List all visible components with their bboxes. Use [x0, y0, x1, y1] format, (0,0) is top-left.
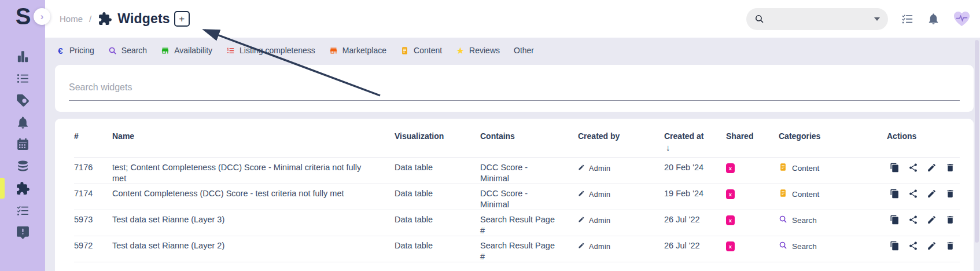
cell-id: 7176 — [74, 158, 112, 184]
cell-visualization: Data table — [395, 236, 480, 262]
notifications-bell-icon[interactable] — [927, 12, 940, 25]
col-header-contains[interactable]: Contains — [480, 131, 578, 158]
sidebar-item-list[interactable] — [0, 67, 45, 89]
sidebar-item-data[interactable] — [0, 155, 45, 177]
pencil-icon — [578, 242, 585, 249]
delete-button[interactable] — [945, 241, 955, 251]
sidebar-item-calendar[interactable] — [0, 133, 45, 155]
app-screen: S — [0, 0, 980, 271]
pencil-icon — [578, 164, 585, 171]
report-bubble-icon — [16, 225, 30, 240]
widget-search-input[interactable] — [69, 79, 960, 101]
shared-status-badge: x — [726, 189, 735, 199]
cell-category: Content — [779, 158, 887, 184]
database-icon — [16, 159, 30, 174]
col-header-created-by[interactable]: Created by — [578, 131, 664, 158]
sidebar: S — [0, 0, 45, 271]
duplicate-button[interactable] — [890, 215, 900, 225]
search-scope-caret-icon[interactable] — [874, 17, 880, 21]
global-search-input[interactable] — [769, 14, 870, 24]
cell-actions — [887, 158, 960, 184]
sidebar-item-reports[interactable] — [0, 221, 45, 243]
tab-search[interactable]: Search — [108, 46, 147, 55]
topbar-checklist-icon[interactable] — [901, 12, 914, 25]
shared-status-badge: x — [726, 215, 735, 225]
cell-category: Search — [779, 210, 887, 236]
breadcrumb-separator: / — [89, 14, 91, 24]
search-icon — [754, 14, 764, 24]
checklist-icon — [16, 203, 30, 218]
table-body: 7176 test; Content Completeness (DCC) Sc… — [74, 158, 960, 262]
cell-created-by: Admin — [578, 158, 664, 184]
category-search-icon — [779, 241, 787, 250]
table-row[interactable]: 7174 Content Completeness (DCC) Score - … — [74, 184, 960, 210]
share-button[interactable] — [908, 163, 918, 173]
duplicate-button[interactable] — [890, 189, 900, 199]
storefront-green-icon — [161, 46, 170, 55]
col-header-categories[interactable]: Categories — [779, 131, 887, 158]
col-header-actions: Actions — [887, 131, 960, 158]
delete-button[interactable] — [945, 163, 955, 173]
add-widget-button[interactable]: + — [174, 11, 190, 27]
cell-created-at: 19 Feb '24 — [664, 184, 726, 210]
edit-button[interactable] — [927, 215, 937, 225]
edit-button[interactable] — [927, 163, 937, 173]
cell-name: Content Completeness (DCC) Score - test … — [112, 184, 384, 210]
col-header-id[interactable]: # — [74, 131, 112, 158]
edit-button[interactable] — [927, 189, 937, 199]
cell-contains: DCC Score - Minimal — [480, 184, 574, 210]
cell-name: Test data set Rianne (Layer 2) — [112, 236, 384, 262]
sort-descending-icon[interactable]: ↓ — [666, 142, 726, 152]
cell-shared: x — [726, 236, 779, 262]
health-heart-avatar[interactable] — [953, 10, 971, 27]
cell-contains: DCC Score - Minimal — [480, 158, 574, 184]
bell-icon — [16, 115, 30, 130]
cell-category: Content — [779, 184, 887, 210]
sidebar-item-notifications[interactable] — [0, 111, 45, 133]
tab-availability[interactable]: Availability — [161, 46, 212, 55]
sidebar-item-tasks[interactable] — [0, 199, 45, 221]
widgets-table: # Name Visualization Contains Created by… — [55, 119, 974, 271]
delete-button[interactable] — [945, 215, 955, 225]
share-button[interactable] — [908, 241, 918, 251]
tab-content[interactable]: Content — [400, 46, 442, 55]
tab-pricing[interactable]: € Pricing — [56, 46, 94, 55]
sidebar-item-pricing[interactable] — [0, 89, 45, 111]
share-button[interactable] — [908, 189, 918, 199]
tab-other[interactable]: Other — [514, 46, 534, 55]
cell-category: Search — [779, 236, 887, 262]
euro-icon: € — [56, 46, 65, 55]
table-row[interactable]: 5972 Test data set Rianne (Layer 2) Data… — [74, 236, 960, 262]
col-header-name[interactable]: Name — [112, 131, 395, 158]
sidebar-collapse-button[interactable]: › — [34, 8, 50, 25]
magnifier-icon — [108, 46, 117, 55]
pencil-icon — [578, 190, 585, 197]
share-button[interactable] — [908, 215, 918, 225]
chevron-right-icon: › — [40, 11, 44, 23]
col-header-visualization[interactable]: Visualization — [395, 131, 480, 158]
tab-marketplace[interactable]: Marketplace — [329, 46, 386, 55]
table-row[interactable]: 7176 test; Content Completeness (DCC) Sc… — [74, 158, 960, 184]
cell-created-by: Admin — [578, 236, 664, 262]
global-search[interactable] — [746, 8, 888, 30]
tab-listing-completeness[interactable]: Listing completeness — [226, 46, 315, 55]
table-header-row: # Name Visualization Contains Created by… — [74, 119, 960, 158]
duplicate-button[interactable] — [890, 163, 900, 173]
cell-actions — [887, 184, 960, 210]
col-header-shared[interactable]: Shared — [726, 131, 779, 158]
edit-button[interactable] — [927, 241, 937, 251]
breadcrumb-home-link[interactable]: Home — [60, 14, 83, 24]
table-row[interactable]: 5973 Test data set Rianne (Layer 3) Data… — [74, 210, 960, 236]
sidebar-item-widgets[interactable] — [0, 177, 45, 199]
vertical-scrollbar[interactable] — [974, 38, 980, 271]
calendar-icon — [16, 137, 30, 152]
scrollbar-thumb[interactable] — [975, 40, 979, 243]
col-header-created-at[interactable]: Created at ↓ — [664, 131, 726, 158]
cell-shared: x — [726, 158, 779, 184]
cell-shared: x — [726, 184, 779, 210]
shared-status-badge: x — [726, 163, 735, 173]
delete-button[interactable] — [945, 189, 955, 199]
tab-reviews[interactable]: ★ Reviews — [456, 46, 500, 55]
sidebar-item-dashboard[interactable] — [0, 45, 45, 67]
duplicate-button[interactable] — [890, 241, 900, 251]
